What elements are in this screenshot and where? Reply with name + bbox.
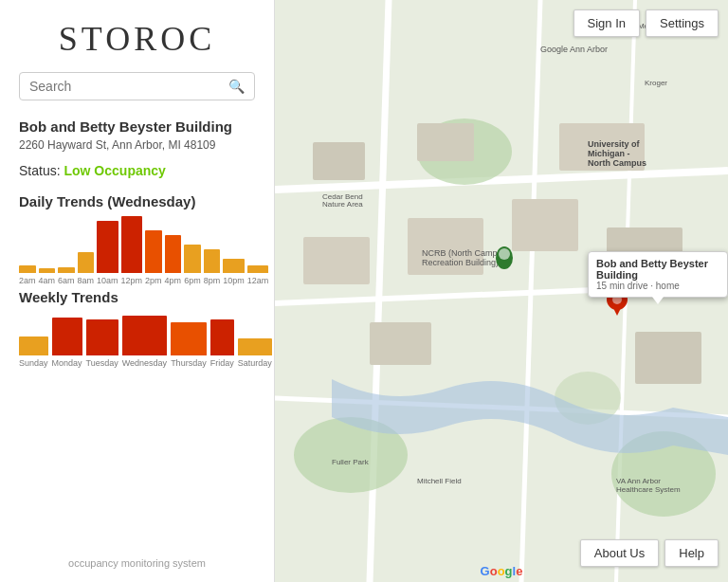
about-us-button[interactable]: About Us [580,539,659,567]
daily-bar-col: 4am [39,268,56,285]
daily-bar-label: 12pm [121,276,143,285]
svg-text:Fuller Park: Fuller Park [332,458,370,466]
daily-bar-col: 4pm [165,235,182,285]
daily-bar-label: 10am [97,276,118,285]
svg-rect-18 [635,332,701,384]
daily-bar [97,221,118,273]
daily-bar-col: 8am [78,252,95,285]
weekly-bar-col: Sunday [19,336,48,368]
sign-in-button[interactable]: Sign In [573,9,640,37]
daily-bar-col: 10pm [223,259,245,285]
svg-rect-12 [512,199,578,251]
svg-rect-17 [313,142,365,180]
daily-bar-col: 10am [97,221,118,285]
weekly-bar-label: Sunday [19,358,48,368]
daily-bar-label: 6pm [184,276,201,285]
help-button[interactable]: Help [664,539,719,567]
weekly-bar-label: Saturday [238,358,272,368]
weekly-bar-col: Tuesday [86,319,118,368]
weekly-bar-label: Wednesday [122,358,167,368]
weekly-bar-col: Friday [210,319,234,368]
weekly-bar [19,336,48,355]
search-box[interactable]: 🔍 [19,72,255,100]
daily-trends-title: Daily Trends (Wednesday) [19,193,195,209]
daily-bar-label: 2pm [145,276,162,285]
daily-bar [247,265,269,273]
daily-bar [204,249,221,273]
daily-bar-label: 6am [58,276,75,285]
svg-marker-38 [611,304,623,316]
daily-bar-col: 2am [19,265,36,285]
svg-text:North Campus: North Campus [588,158,646,168]
weekly-bar [122,316,167,355]
weekly-bar [210,319,234,355]
svg-rect-13 [417,123,474,161]
weekly-trends-chart: SundayMondayTuesdayWednesdayThursdayFrid… [19,320,255,368]
weekly-bar-col: Thursday [171,322,207,368]
daily-bar [78,252,95,273]
svg-text:Michigan -: Michigan - [588,149,630,158]
weekly-bar-col: Monday [52,318,82,368]
map-panel: NCRB (North Campus Recreation Building) … [275,0,728,582]
weekly-bar-label: Monday [52,358,82,368]
weekly-bar-col: Saturday [238,338,272,368]
svg-point-36 [499,248,510,260]
weekly-bar-col: Wednesday [122,316,167,368]
status-value: Low Occupancy [64,163,165,178]
svg-text:Google Ann Arbor: Google Ann Arbor [540,45,608,54]
svg-text:Recreation Building): Recreation Building) [422,258,499,267]
daily-bar [121,216,143,273]
daily-bar-label: 4am [39,276,56,285]
weekly-bar-label: Thursday [171,358,207,368]
settings-button[interactable]: Settings [646,9,719,37]
footer-text: occupancy monitoring system [0,557,274,569]
daily-bar-col: 2pm [145,230,162,285]
daily-bar-col: 12pm [121,216,143,285]
weekly-bar-label: Tuesday [86,358,118,368]
daily-bar-label: 4pm [165,276,182,285]
google-logo: Google [481,564,523,578]
map-top-buttons: Sign In Settings [573,9,719,37]
svg-text:VA Ann Arbor: VA Ann Arbor [616,477,661,485]
svg-text:Kroger: Kroger [645,79,667,87]
svg-text:NCRB (North Campus: NCRB (North Campus [422,248,507,258]
daily-bar-col: 6am [58,267,75,285]
daily-bar-col: 6pm [184,245,201,285]
svg-text:Healthcare System: Healthcare System [616,485,681,494]
daily-bar-label: 2am [19,276,36,285]
svg-text:University of: University of [588,139,641,149]
info-bubble-subtitle: 15 min drive · home [596,281,719,291]
search-input[interactable] [29,79,228,94]
daily-bar [19,265,36,273]
daily-bar [184,245,201,273]
weekly-bar-label: Friday [210,358,234,368]
building-address: 2260 Hayward St, Ann Arbor, MI 48109 [19,138,215,152]
daily-trends-chart: 2am4am6am8am10am12pm2pm4pm6pm8pm10pm12am [19,219,255,285]
svg-rect-19 [370,322,431,365]
daily-bar [223,259,245,273]
status-line: Status: Low Occupancy [19,163,166,178]
daily-bar-label: 12am [247,276,269,285]
weekly-bar [52,318,82,355]
info-bubble-title: Bob and Betty Beyster Building [596,258,719,281]
daily-bar-col: 8pm [204,249,221,285]
svg-rect-16 [303,237,370,284]
daily-bar [165,235,182,273]
weekly-bar [238,338,272,355]
map-bottom-buttons: About Us Help [580,539,719,567]
svg-text:Nature Area: Nature Area [322,200,363,209]
search-icon: 🔍 [228,79,245,94]
weekly-bar [86,319,118,355]
daily-bar [145,230,162,273]
daily-bar [39,268,56,273]
left-panel: STOROC 🔍 Bob and Betty Beyster Building … [0,0,275,582]
daily-bar-label: 8pm [204,276,221,285]
daily-bar [58,267,75,273]
weekly-bar [171,322,207,355]
daily-bar-label: 10pm [223,276,245,285]
weekly-trends-title: Weekly Trends [19,289,118,305]
svg-text:Mitchell Field: Mitchell Field [417,477,462,485]
building-name: Bob and Betty Beyster Building [19,118,232,136]
daily-bar-label: 8am [78,276,95,285]
status-label: Status: [19,163,61,178]
